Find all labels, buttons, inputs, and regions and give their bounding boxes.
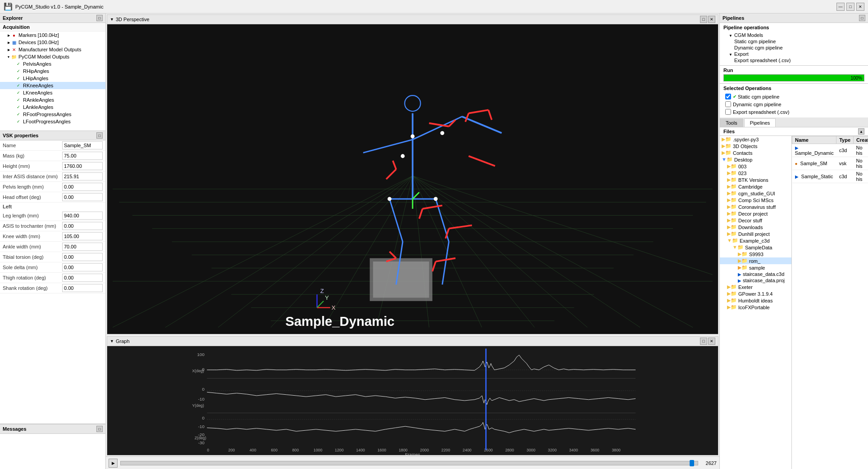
file-3dobjects[interactable]: ▶📁 3D Objects [720,143,791,149]
vsk-input-interasis[interactable] [62,172,103,180]
pip-export-item[interactable]: Export [723,51,864,57]
explorer-header-controls[interactable]: □ [96,15,103,21]
file-humboldt[interactable]: ▶📁 Humboldt ideas [720,297,791,304]
tree-item-rankle[interactable]: ✓ RAnkleAngles [0,96,105,104]
file-icofx[interactable]: ▶📁 IcoFXPortable [720,304,791,311]
pip-export-csv-item[interactable]: Export spreadsheet (.csv) [723,57,864,63]
tree-item-pelvis[interactable]: ✓ PelvisAngles [0,60,105,68]
vsk-scroll[interactable]: Name Mass (kg) Height (mm) Inter ASIS di… [0,140,105,424]
explorer-expand-btn[interactable]: □ [96,15,103,21]
timeline-thumb[interactable] [690,460,694,466]
file-cambridge[interactable]: ▶📁 Cambridge [720,183,791,190]
op-checkbox-export[interactable] [725,109,731,115]
vsk-input-asis[interactable] [62,222,103,230]
graph-collapse-arrow[interactable]: ▼ [110,339,114,343]
graph-maximize-btn[interactable]: □ [700,338,707,345]
file-btk[interactable]: ▶📁 BTK Versions [720,176,791,183]
vsk-label-leglen: Leg length (mm) [3,213,62,218]
file-downloads[interactable]: ▶📁 Downloads [720,224,791,230]
vsk-input-pelvis[interactable] [62,183,103,191]
file-contacts[interactable]: ▶📁 Contacts [720,149,791,156]
vsk-input-mass[interactable] [62,152,103,160]
vsk-collapse-btn[interactable]: □ [96,132,103,139]
tree-item-rknee[interactable]: ✓ RKneeAngles [0,82,105,89]
col-name[interactable]: Name [792,136,836,144]
tab-pipelines[interactable]: Pipelines [744,118,776,127]
vsk-input-thigh[interactable] [62,274,103,282]
maximize-button[interactable]: □ [846,3,854,11]
pip-dynamic-cgm-item[interactable]: Dynamic cgm pipeline [723,45,864,51]
file-staircase-proj[interactable]: ▶ staircase_data.proj [720,277,791,284]
file-row-sample-static[interactable]: ▶ Sample_Static c3d No his [792,170,868,183]
graph-close-btn[interactable]: ✕ [708,338,715,345]
file-exeter[interactable]: ▶📁 Exeter [720,284,791,290]
messages-expand-btn[interactable]: □ [96,426,103,432]
viewport-close-btn[interactable]: ✕ [708,16,715,23]
close-button[interactable]: ✕ [856,3,864,11]
tree-item-lknee[interactable]: ✓ LKneeAngles [0,89,105,96]
tree-item-lfootprogress[interactable]: ✓ LFootProgressAngles [0,118,105,125]
svg-text:1400: 1400 [356,448,365,452]
col-type[interactable]: Type [836,136,854,144]
vsk-input-kneewidth[interactable] [62,232,103,240]
vsk-input-sole[interactable] [62,263,103,271]
timeline-track[interactable] [120,461,698,465]
tree-item-lankle[interactable]: ✓ LAnkleAngles [0,104,105,111]
vsk-input-anklewidth[interactable] [62,243,103,251]
tree-item-lhip[interactable]: ✓ LHipAngles [0,75,105,82]
devices-icon: ▦ [11,39,17,45]
tree-item-markers[interactable]: ● Markers [100.0Hz] [0,32,105,39]
file-row-sample-dynamic[interactable]: ▶ Sample_Dynamic c3d No his [792,144,868,157]
tree-item-pycgm[interactable]: 📁 PyCGM Model Outputs [0,53,105,60]
file-decor-stuff[interactable]: ▶📁 Decor stuff [720,217,791,224]
file-003[interactable]: ▶📁 003 [720,163,791,170]
files-expand-btn[interactable]: ▲ [858,128,864,135]
window-controls[interactable]: — □ ✕ [836,3,864,11]
pip-static-cgm-item[interactable]: Static cgm pipeline [723,38,864,45]
vsk-input-head[interactable] [62,193,103,201]
files-right-list[interactable]: Name Type Creat ▶ Sample_Dynamic [792,136,868,469]
tree-item-rhip[interactable]: ✓ RHipAngles [0,68,105,75]
viewport-controls[interactable]: □ ✕ [700,16,715,23]
file-rom[interactable]: ▶📁 rom_ [720,257,791,264]
col-created[interactable]: Creat [854,136,868,144]
viewport-collapse-arrow[interactable]: ▼ [110,17,114,22]
tree-scroll[interactable]: ● Markers [100.0Hz] ▦ Devices [100.0Hz] … [0,32,105,131]
op-checkbox-dynamic[interactable] [725,101,731,107]
viewport-maximize-btn[interactable]: □ [700,16,707,23]
file-example-c3d[interactable]: ▼📁 Example_c3d [720,237,791,244]
files-left-tree[interactable]: ▶📁 .spyder-py3 ▶📁 3D Objects ▶📁 Contacts… [720,136,792,469]
tab-tools[interactable]: Tools [720,118,743,127]
file-sample[interactable]: ▶📁 sample [720,264,791,271]
file-desktop[interactable]: ▼📁 Desktop [720,156,791,163]
op-checkbox-static[interactable] [725,94,731,99]
play-button[interactable]: ▶ [109,459,118,468]
vsk-input-leglen[interactable] [62,212,103,220]
graph-controls[interactable]: □ ✕ [700,338,715,345]
file-row-sample-sm[interactable]: ● Sample_SM vsk No his [792,157,868,170]
vsk-input-name[interactable] [62,141,103,149]
file-decor-project[interactable]: ▶📁 Decor project [720,210,791,217]
pip-cgm-models-item[interactable]: CGM Models [723,32,864,38]
file-s9993[interactable]: ▶📁 S9993 [720,251,791,257]
viewport-canvas[interactable]: Z X Y Sample_Dynamic [107,24,718,334]
vsk-input-shank[interactable] [62,284,103,292]
vsk-input-tibia[interactable] [62,253,103,261]
file-gpower[interactable]: ▶📁 GPower 3.1.9.4 [720,290,791,297]
tree-item-manufacturer[interactable]: ✕ Manufacturer Model Outputs [0,46,105,53]
vsk-row-height: Height (mm) [0,161,105,171]
vsk-input-height[interactable] [62,162,103,170]
pipelines-expand-btn[interactable]: □ [859,15,865,21]
file-compsci[interactable]: ▶📁 Comp Sci MScs [720,197,791,203]
file-023[interactable]: ▶📁 023 [720,170,791,176]
file-staircase-c3d[interactable]: ▶ staircase_data.c3d [720,271,791,277]
file-spyder[interactable]: ▶📁 .spyder-py3 [720,136,791,143]
file-coronavirus[interactable]: ▶📁 Coronavirus stuff [720,203,791,210]
tree-item-devices[interactable]: ▦ Devices [100.0Hz] [0,39,105,46]
file-sampledata[interactable]: ▼📁 SampleData [720,244,791,251]
minimize-button[interactable]: — [836,3,845,11]
file-dunhill[interactable]: ▶📁 Dunhill project [720,230,791,237]
tree-item-rfootprogress[interactable]: ✓ RFootProgressAngles [0,111,105,118]
svg-point-56 [401,154,405,158]
file-cgm-gui[interactable]: ▶📁 cgm_studie_GUI [720,190,791,197]
